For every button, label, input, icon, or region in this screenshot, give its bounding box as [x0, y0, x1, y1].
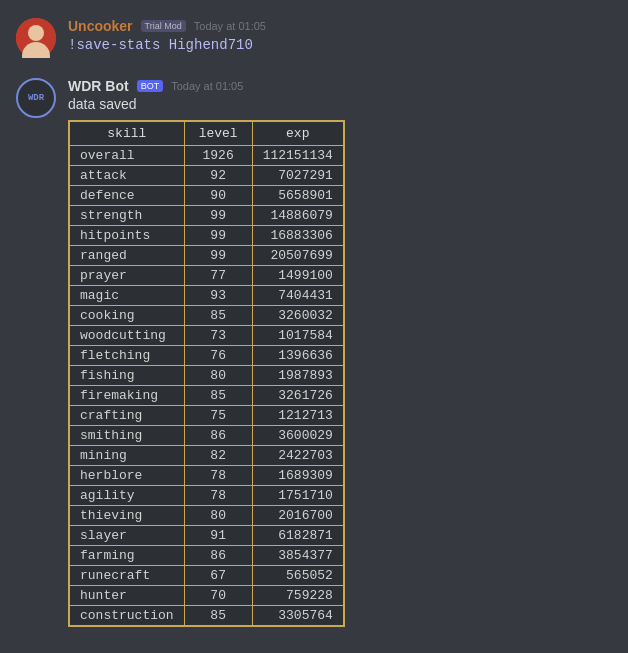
cell-level: 78 — [184, 466, 252, 486]
cell-skill: hitpoints — [70, 226, 185, 246]
badge-trial-mod: Trial Mod — [141, 20, 186, 32]
cell-level: 91 — [184, 526, 252, 546]
header-exp: exp — [252, 122, 343, 146]
cell-level: 85 — [184, 386, 252, 406]
table-row: slayer916182871 — [70, 526, 344, 546]
table-row: smithing863600029 — [70, 426, 344, 446]
cell-level: 70 — [184, 586, 252, 606]
badge-bot: BOT — [137, 80, 164, 92]
cell-exp: 3260032 — [252, 306, 343, 326]
cell-level: 99 — [184, 226, 252, 246]
cell-skill: attack — [70, 166, 185, 186]
cell-skill: magic — [70, 286, 185, 306]
table-row: mining822422703 — [70, 446, 344, 466]
cell-level: 78 — [184, 486, 252, 506]
stats-table-container: skill level exp overall1926112151134atta… — [68, 120, 345, 627]
table-row: ranged9920507699 — [70, 246, 344, 266]
table-row: agility781751710 — [70, 486, 344, 506]
cell-skill: fletching — [70, 346, 185, 366]
cell-skill: hunter — [70, 586, 185, 606]
table-row: cooking853260032 — [70, 306, 344, 326]
cell-skill: strength — [70, 206, 185, 226]
table-row: fishing801987893 — [70, 366, 344, 386]
cell-level: 92 — [184, 166, 252, 186]
cell-level: 80 — [184, 366, 252, 386]
cell-exp: 1689309 — [252, 466, 343, 486]
cell-exp: 1212713 — [252, 406, 343, 426]
cell-skill: construction — [70, 606, 185, 626]
cell-exp: 3600029 — [252, 426, 343, 446]
username-uncooker: Uncooker — [68, 18, 133, 34]
cell-skill: slayer — [70, 526, 185, 546]
header-skill: skill — [70, 122, 185, 146]
cell-level: 90 — [184, 186, 252, 206]
table-row: attack927027291 — [70, 166, 344, 186]
cell-exp: 6182871 — [252, 526, 343, 546]
table-row: firemaking853261726 — [70, 386, 344, 406]
cell-exp: 3261726 — [252, 386, 343, 406]
cell-level: 73 — [184, 326, 252, 346]
cell-skill: cooking — [70, 306, 185, 326]
cell-exp: 1751710 — [252, 486, 343, 506]
cell-exp: 7027291 — [252, 166, 343, 186]
message-header-uncooker: Uncooker Trial Mod Today at 01:05 — [68, 18, 612, 34]
cell-exp: 2422703 — [252, 446, 343, 466]
cell-exp: 1017584 — [252, 326, 343, 346]
cell-skill: crafting — [70, 406, 185, 426]
cell-level: 85 — [184, 306, 252, 326]
timestamp-uncooker: Today at 01:05 — [194, 20, 266, 32]
cell-skill: fishing — [70, 366, 185, 386]
username-wdr: WDR Bot — [68, 78, 129, 94]
cell-level: 1926 — [184, 146, 252, 166]
cell-skill: smithing — [70, 426, 185, 446]
table-row: runecraft67565052 — [70, 566, 344, 586]
timestamp-wdr: Today at 01:05 — [171, 80, 243, 92]
cell-exp: 1987893 — [252, 366, 343, 386]
cell-skill: farming — [70, 546, 185, 566]
cell-exp: 1396636 — [252, 346, 343, 366]
table-row: hunter70759228 — [70, 586, 344, 606]
cell-level: 93 — [184, 286, 252, 306]
command-text: !save-stats Highend710 — [68, 36, 612, 56]
cell-exp: 565052 — [252, 566, 343, 586]
cell-level: 75 — [184, 406, 252, 426]
cell-skill: runecraft — [70, 566, 185, 586]
avatar-uncooker — [16, 18, 56, 58]
cell-exp: 2016700 — [252, 506, 343, 526]
cell-skill: ranged — [70, 246, 185, 266]
table-row: fletching761396636 — [70, 346, 344, 366]
cell-exp: 759228 — [252, 586, 343, 606]
table-row: herblore781689309 — [70, 466, 344, 486]
cell-level: 86 — [184, 546, 252, 566]
cell-exp: 5658901 — [252, 186, 343, 206]
table-row: strength9914886079 — [70, 206, 344, 226]
cell-skill: mining — [70, 446, 185, 466]
stats-table: skill level exp overall1926112151134atta… — [69, 121, 344, 626]
cell-exp: 16883306 — [252, 226, 343, 246]
cell-level: 99 — [184, 206, 252, 226]
cell-exp: 1499100 — [252, 266, 343, 286]
table-row: crafting751212713 — [70, 406, 344, 426]
cell-level: 76 — [184, 346, 252, 366]
data-saved-text: data saved — [68, 96, 612, 112]
table-row: construction853305764 — [70, 606, 344, 626]
cell-skill: overall — [70, 146, 185, 166]
table-row: thieving802016700 — [70, 506, 344, 526]
avatar-wdr: WDR — [16, 78, 56, 118]
table-row: defence905658901 — [70, 186, 344, 206]
message-uncooker: Uncooker Trial Mod Today at 01:05 !save-… — [0, 10, 628, 66]
table-row: magic937404431 — [70, 286, 344, 306]
cell-level: 67 — [184, 566, 252, 586]
cell-exp: 3854377 — [252, 546, 343, 566]
cell-level: 82 — [184, 446, 252, 466]
svg-point-1 — [28, 25, 44, 41]
cell-level: 77 — [184, 266, 252, 286]
cell-exp: 112151134 — [252, 146, 343, 166]
header-level: level — [184, 122, 252, 146]
table-row: farming863854377 — [70, 546, 344, 566]
wdr-avatar-text: WDR — [28, 93, 44, 103]
cell-exp: 14886079 — [252, 206, 343, 226]
cell-skill: thieving — [70, 506, 185, 526]
table-row: prayer771499100 — [70, 266, 344, 286]
cell-skill: agility — [70, 486, 185, 506]
